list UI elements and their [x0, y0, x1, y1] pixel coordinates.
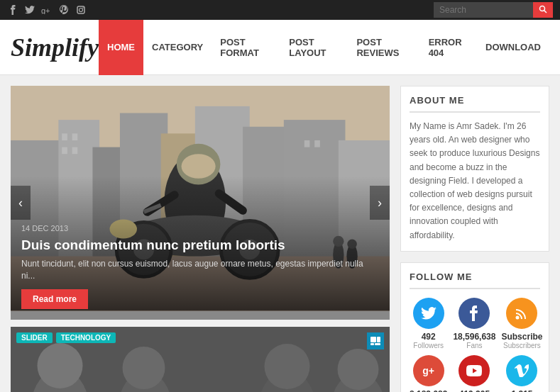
follow-me-title: FOLLOW ME — [410, 271, 540, 289]
facebook-label: Fans — [466, 342, 482, 349]
about-me-text: My Name is Amr Sadek. I'm 26 years old. … — [410, 120, 540, 242]
twitter-icon — [413, 298, 444, 329]
search-button[interactable] — [533, 2, 553, 18]
twitter-label: Followers — [413, 342, 444, 349]
about-me-widget: ABOUT ME My Name is Amr Sadek. I'm 26 ye… — [400, 86, 549, 252]
tag-slider[interactable]: SLIDER — [16, 332, 53, 343]
content-area: ‹ › 14 DEC 2013 Duis condimentum nunc pr… — [11, 86, 390, 392]
svg-point-4 — [540, 6, 545, 11]
site-logo: Simplify — [11, 33, 99, 62]
vimeo-social-item[interactable]: 1,215 Subscribers — [501, 355, 542, 392]
hero-excerpt: Nunt tincidunt, elit non cursus euismod,… — [21, 258, 379, 282]
main-nav: HOME CATEGORY POST FORMAT POST LAYOUT PO… — [99, 20, 549, 75]
googleplus-count: 8,183,683 — [410, 389, 447, 392]
main-container: ‹ › 14 DEC 2013 Duis condimentum nunc pr… — [0, 75, 560, 392]
facebook-count: 18,596,638 — [453, 332, 495, 342]
social-grid: 492 Followers 18,596,638 Fans Subs — [410, 298, 540, 392]
svg-point-49 — [338, 349, 379, 390]
search-input[interactable] — [434, 2, 533, 18]
pinterest-topbar-icon[interactable] — [58, 4, 70, 16]
twitter-topbar-icon[interactable] — [24, 4, 35, 16]
nav-post-reviews[interactable]: POST REVIEWS — [348, 20, 419, 75]
facebook-topbar-icon[interactable] — [7, 4, 18, 16]
social-icons-bar: g+ — [7, 4, 87, 16]
hero-prev-button[interactable]: ‹ — [11, 186, 31, 220]
svg-rect-52 — [370, 343, 374, 345]
googleplus-topbar-icon[interactable]: g+ — [41, 4, 53, 16]
nav-download[interactable]: DOWNLOAD — [477, 20, 549, 75]
svg-point-3 — [82, 7, 84, 9]
instagram-topbar-icon[interactable] — [75, 4, 87, 16]
rss-social-item[interactable]: Subscribe Subscribers — [501, 298, 542, 349]
youtube-count: 419,205 — [459, 389, 490, 392]
youtube-icon — [459, 355, 490, 386]
nav-error-404[interactable]: ERROR 404 — [420, 20, 477, 75]
rss-count: Subscribe — [501, 332, 542, 342]
svg-point-43 — [38, 343, 83, 388]
svg-rect-53 — [375, 343, 380, 345]
facebook-social-item[interactable]: 18,596,638 Fans — [453, 298, 495, 349]
hero-date: 14 DEC 2013 — [21, 224, 379, 233]
tag-technology[interactable]: TECHNOLOGY — [56, 332, 116, 343]
read-more-button[interactable]: Read more — [21, 289, 88, 309]
svg-line-5 — [544, 10, 547, 13]
hero-slider: ‹ › 14 DEC 2013 Duis condimentum nunc pr… — [11, 86, 390, 320]
nav-category[interactable]: CATEGORY — [143, 20, 212, 75]
googleplus-icon: g+ — [413, 355, 444, 386]
vimeo-icon — [506, 355, 537, 386]
top-bar: g+ — [0, 0, 560, 20]
hero-title: Duis condimentum nunc pretium lobortis — [21, 237, 379, 254]
nav-post-format[interactable]: POST FORMAT — [212, 20, 280, 75]
rss-label: Subscribers — [503, 342, 541, 349]
twitter-count: 492 — [422, 332, 436, 342]
svg-point-45 — [123, 347, 165, 389]
svg-point-2 — [79, 9, 83, 12]
hero-content: 14 DEC 2013 Duis condimentum nunc pretiu… — [21, 224, 379, 309]
youtube-social-item[interactable]: 419,205 Subscribers — [453, 355, 495, 392]
about-me-title: ABOUT ME — [410, 95, 540, 113]
rss-icon — [506, 298, 537, 329]
facebook-icon — [459, 298, 490, 329]
svg-rect-51 — [377, 337, 380, 342]
second-row-tags: SLIDER TECHNOLOGY — [16, 332, 116, 343]
svg-text:g+: g+ — [41, 6, 50, 14]
header: Simplify HOME CATEGORY POST FORMAT POST … — [0, 20, 560, 75]
sidebar: ABOUT ME My Name is Amr Sadek. I'm 26 ye… — [400, 86, 549, 392]
search-bar — [434, 2, 553, 18]
follow-me-widget: FOLLOW ME 492 Followers 18,596,638 F — [400, 262, 549, 392]
hero-next-button[interactable]: › — [370, 186, 390, 220]
svg-point-47 — [265, 344, 310, 389]
googleplus-social-item[interactable]: g+ 8,183,683 Followers — [410, 355, 447, 392]
gallery-icon[interactable] — [367, 332, 384, 349]
vimeo-count: 1,215 — [511, 389, 532, 392]
svg-point-54 — [516, 315, 520, 319]
second-slider: SLIDER TECHNOLOGY 2 2 2 2 — [11, 327, 390, 392]
svg-rect-50 — [370, 337, 376, 342]
twitter-social-item[interactable]: 492 Followers — [410, 298, 447, 349]
nav-post-layout[interactable]: POST LAYOUT — [280, 20, 348, 75]
nav-home[interactable]: HOME — [99, 20, 143, 75]
